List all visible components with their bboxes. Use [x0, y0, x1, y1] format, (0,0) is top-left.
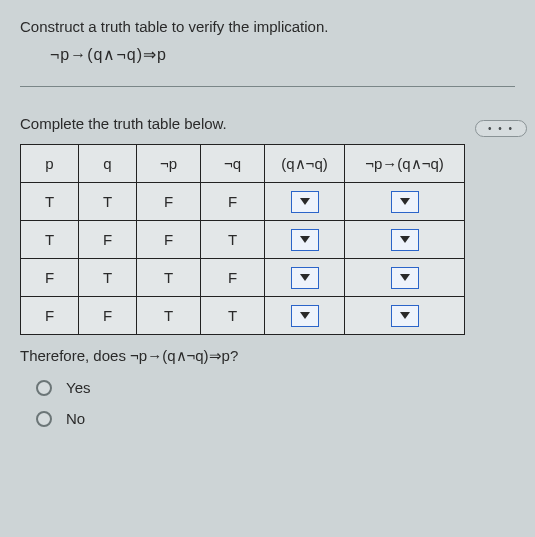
- cell-not-q: T: [201, 297, 265, 335]
- radio-icon: [36, 411, 52, 427]
- chevron-down-icon: [400, 274, 410, 281]
- cell-q-and-not-q: [265, 297, 345, 335]
- question-text: Therefore, does ¬p→(q∧¬q)⇒p?: [20, 347, 515, 365]
- dropdown-implication[interactable]: [391, 191, 419, 213]
- header-not-q: ¬q: [201, 145, 265, 183]
- cell-implication: [345, 297, 465, 335]
- cell-p: F: [21, 297, 79, 335]
- dropdown-q-and-not-q[interactable]: [291, 191, 319, 213]
- cell-q-and-not-q: [265, 221, 345, 259]
- truth-table: p q ¬p ¬q (q∧¬q) ¬p→(q∧¬q) T T F F T F F…: [20, 144, 465, 335]
- table-row: F F T T: [21, 297, 465, 335]
- table-row: T T F F: [21, 183, 465, 221]
- option-yes[interactable]: Yes: [36, 379, 515, 396]
- cell-p: F: [21, 259, 79, 297]
- cell-not-q: F: [201, 259, 265, 297]
- chevron-down-icon: [300, 274, 310, 281]
- chevron-down-icon: [400, 236, 410, 243]
- formula-text: ¬p→(q∧¬q)⇒p: [50, 45, 515, 64]
- cell-not-p: F: [137, 183, 201, 221]
- cell-implication: [345, 221, 465, 259]
- instruction-text: Construct a truth table to verify the im…: [20, 18, 515, 35]
- cell-q-and-not-q: [265, 259, 345, 297]
- table-row: F T T F: [21, 259, 465, 297]
- dropdown-implication[interactable]: [391, 267, 419, 289]
- cell-not-q: F: [201, 183, 265, 221]
- cell-q-and-not-q: [265, 183, 345, 221]
- header-p: p: [21, 145, 79, 183]
- cell-not-q: T: [201, 221, 265, 259]
- cell-implication: [345, 183, 465, 221]
- cell-implication: [345, 259, 465, 297]
- cell-q: T: [79, 183, 137, 221]
- header-not-p: ¬p: [137, 145, 201, 183]
- chevron-down-icon: [400, 198, 410, 205]
- cell-p: T: [21, 221, 79, 259]
- chevron-down-icon: [300, 198, 310, 205]
- option-no[interactable]: No: [36, 410, 515, 427]
- dropdown-q-and-not-q[interactable]: [291, 229, 319, 251]
- cell-not-p: T: [137, 297, 201, 335]
- cell-not-p: F: [137, 221, 201, 259]
- more-button[interactable]: • • •: [475, 120, 527, 137]
- dropdown-q-and-not-q[interactable]: [291, 267, 319, 289]
- chevron-down-icon: [300, 312, 310, 319]
- option-yes-label: Yes: [66, 379, 90, 396]
- header-implication: ¬p→(q∧¬q): [345, 145, 465, 183]
- chevron-down-icon: [400, 312, 410, 319]
- options-group: Yes No: [36, 379, 515, 427]
- dropdown-implication[interactable]: [391, 229, 419, 251]
- divider: [20, 86, 515, 87]
- cell-q: T: [79, 259, 137, 297]
- cell-not-p: T: [137, 259, 201, 297]
- header-q: q: [79, 145, 137, 183]
- cell-p: T: [21, 183, 79, 221]
- dropdown-implication[interactable]: [391, 305, 419, 327]
- header-q-and-not-q: (q∧¬q): [265, 145, 345, 183]
- dropdown-q-and-not-q[interactable]: [291, 305, 319, 327]
- subheading-text: Complete the truth table below.: [20, 115, 515, 132]
- radio-icon: [36, 380, 52, 396]
- chevron-down-icon: [300, 236, 310, 243]
- cell-q: F: [79, 297, 137, 335]
- option-no-label: No: [66, 410, 85, 427]
- table-row: T F F T: [21, 221, 465, 259]
- cell-q: F: [79, 221, 137, 259]
- table-header-row: p q ¬p ¬q (q∧¬q) ¬p→(q∧¬q): [21, 145, 465, 183]
